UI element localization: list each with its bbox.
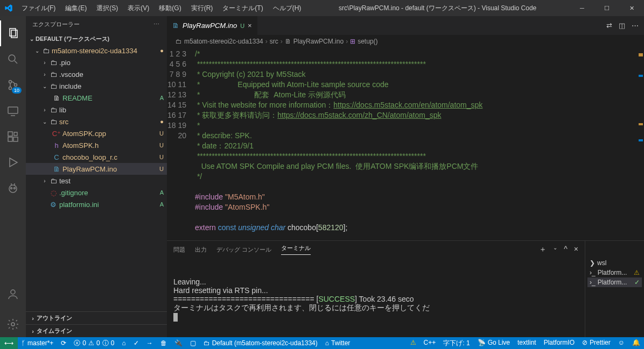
activity-platformio[interactable] bbox=[0, 175, 26, 201]
status-warning-icon[interactable]: ⚠ bbox=[407, 339, 420, 346]
close-panel-icon[interactable]: × bbox=[574, 245, 578, 254]
svg-point-6 bbox=[15, 84, 17, 87]
code-content[interactable]: /* *************************************… bbox=[195, 48, 636, 240]
terminal-list: ❯wsl ›_Platform...⚠ ›_Platform...✓ bbox=[585, 241, 644, 337]
file-atomspk-cpp[interactable]: C⁺AtomSPK.cppU bbox=[26, 127, 167, 139]
svg-point-4 bbox=[9, 81, 12, 83]
chevron-down-icon: ⌄ bbox=[41, 83, 48, 89]
breadcrumb[interactable]: 🗀 m5atom-stereoi2c-uda1334› src› 🗎 PlayR… bbox=[167, 35, 644, 48]
pio-build-icon[interactable]: ✓ bbox=[130, 337, 143, 349]
status-problems[interactable]: ⓧ 0 ⚠ 0 ⓘ 0 bbox=[70, 337, 118, 349]
terminal-wsl[interactable]: ❯wsl bbox=[587, 258, 642, 268]
folder-icon: 🗀 bbox=[48, 177, 58, 185]
folder-pio[interactable]: ›🗀.pio bbox=[26, 56, 167, 68]
folder-vscode[interactable]: ›🗀.vscode bbox=[26, 68, 167, 80]
outline-section[interactable]: ›アウトライン bbox=[26, 311, 167, 324]
sidebar-explorer: エクスプローラー ⋯ ⌄ DEFAULT (ワークスペース) ⌄ 🗀 m5ato… bbox=[26, 16, 167, 337]
pio-clean-icon[interactable]: 🗑 bbox=[157, 337, 171, 349]
terminal[interactable]: Leaving... Hard resetting via RTS pin...… bbox=[167, 258, 585, 337]
workspace-root[interactable]: ⌄ DEFAULT (ワークスペース) bbox=[26, 33, 167, 45]
window-controls: ─ ☐ ✕ bbox=[570, 0, 644, 16]
svg-point-20 bbox=[11, 323, 15, 326]
dropdown-icon[interactable]: ⌄ bbox=[553, 245, 557, 254]
minimize-button[interactable]: ─ bbox=[570, 0, 594, 16]
maximize-panel-icon[interactable]: ^ bbox=[564, 245, 568, 254]
menu-run[interactable]: 実行(R) bbox=[187, 2, 218, 15]
menu-terminal[interactable]: ターミナル(T) bbox=[218, 2, 267, 15]
activity-search[interactable] bbox=[0, 46, 26, 72]
status-indent[interactable]: 字下げ: 1 bbox=[439, 339, 473, 348]
tab-problems[interactable]: 問題 bbox=[173, 246, 185, 254]
terminal-platformio-1[interactable]: ›_Platform...⚠ bbox=[587, 268, 642, 277]
folder-include[interactable]: ⌄🗀include bbox=[26, 80, 167, 92]
status-sync[interactable]: ⟳ bbox=[57, 337, 70, 349]
minimap-scrollbar[interactable] bbox=[636, 48, 644, 240]
activity-scm[interactable]: 10 bbox=[0, 72, 26, 98]
menu-go[interactable]: 移動(G) bbox=[155, 2, 185, 15]
file-gitignore[interactable]: ◌.gitignoreA bbox=[26, 187, 167, 198]
remote-indicator[interactable]: ⟷ bbox=[0, 337, 18, 349]
tab-output[interactable]: 出力 bbox=[195, 246, 207, 254]
folder-icon: 🗀 bbox=[48, 70, 58, 79]
window-title: src\PlayRawPCM.ino - default (ワークスペース) -… bbox=[305, 4, 570, 13]
menu-edit[interactable]: 編集(E) bbox=[61, 2, 91, 15]
file-readme[interactable]: 🗎READMEA bbox=[26, 92, 167, 104]
folder-root[interactable]: ⌄ 🗀 m5atom-stereoi2c-uda1334 ● bbox=[26, 45, 167, 56]
status-prettier[interactable]: ⊘ Prettier bbox=[578, 339, 614, 346]
svg-rect-0 bbox=[10, 29, 16, 36]
tab-terminal[interactable]: ターミナル bbox=[281, 244, 311, 255]
file-playraw[interactable]: 🗎PlayRawPCM.inoU bbox=[26, 163, 167, 175]
pio-monitor-icon[interactable]: 🔌 bbox=[171, 337, 186, 349]
menu-view[interactable]: 表示(V) bbox=[123, 2, 153, 15]
folder-src[interactable]: ⌄🗀src● bbox=[26, 116, 167, 127]
pio-terminal-icon[interactable]: ▢ bbox=[186, 337, 200, 349]
activity-explorer[interactable] bbox=[0, 20, 26, 46]
warning-icon: ⚠ bbox=[634, 269, 640, 276]
status-branch[interactable]: ᚶ master*+ bbox=[18, 337, 57, 349]
menu-select[interactable]: 選択(S) bbox=[92, 2, 122, 15]
file-platformio-ini[interactable]: ⚙platformio.iniA bbox=[26, 198, 167, 210]
activity-account[interactable] bbox=[0, 281, 26, 307]
new-terminal-icon[interactable]: ＋ bbox=[539, 245, 547, 254]
close-button[interactable]: ✕ bbox=[619, 0, 644, 16]
c-icon: C bbox=[52, 153, 61, 161]
code-editor[interactable]: 1 2 3 4 5 6 7 8 9 10 11 12 13 14 15 16 1… bbox=[167, 48, 644, 240]
status-platformio[interactable]: PlatformIO bbox=[540, 339, 578, 346]
split-icon[interactable]: ◫ bbox=[619, 22, 625, 30]
timeline-section[interactable]: ›タイムライン bbox=[26, 324, 167, 337]
tab-debug-console[interactable]: デバッグ コンソール bbox=[216, 246, 271, 254]
explorer-more-icon[interactable]: ⋯ bbox=[153, 21, 160, 28]
status-bell-icon[interactable]: 🔔 bbox=[628, 339, 644, 346]
activity-settings[interactable] bbox=[0, 311, 26, 337]
status-twitter[interactable]: ⌂Twitter bbox=[321, 337, 354, 349]
status-golive[interactable]: 📡 Go Live bbox=[474, 339, 514, 346]
menu-file[interactable]: ファイル(F) bbox=[17, 2, 60, 15]
status-textlint[interactable]: textlint bbox=[514, 339, 540, 346]
file-chocobo[interactable]: Cchocobo_loop_r.cU bbox=[26, 151, 167, 163]
maximize-button[interactable]: ☐ bbox=[594, 0, 619, 16]
more-icon[interactable]: ⋯ bbox=[632, 22, 639, 30]
activity-run[interactable] bbox=[0, 149, 26, 175]
menu-help[interactable]: ヘルプ(H) bbox=[269, 2, 306, 15]
panel-tabs: 問題 出力 デバッグ コンソール ターミナル ＋⌄ ^ × bbox=[167, 241, 585, 258]
activity-extensions[interactable] bbox=[0, 124, 26, 149]
svg-rect-9 bbox=[8, 132, 12, 136]
compare-icon[interactable]: ⇄ bbox=[606, 22, 612, 30]
editor-tab[interactable]: 🗎 PlayRawPCM.ino U × bbox=[167, 16, 258, 35]
svg-rect-11 bbox=[13, 137, 18, 141]
status-language[interactable]: C++ bbox=[420, 339, 440, 346]
folder-test[interactable]: ›🗀test bbox=[26, 175, 167, 187]
tab-close-icon[interactable]: × bbox=[248, 22, 252, 30]
pio-upload-icon[interactable]: → bbox=[143, 337, 157, 349]
activity-remote[interactable] bbox=[0, 98, 26, 124]
terminal-platformio-2[interactable]: ›_Platform...✓ bbox=[587, 277, 642, 287]
svg-marker-13 bbox=[10, 158, 17, 167]
status-feedback-icon[interactable]: ☺ bbox=[614, 339, 628, 346]
pio-env[interactable]: 🗀 Default (m5atom-stereoi2c-uda1334) bbox=[200, 337, 321, 349]
pio-home-icon[interactable]: ⌂ bbox=[118, 337, 129, 349]
h-icon: h bbox=[52, 141, 61, 149]
svg-rect-12 bbox=[14, 132, 17, 136]
file-icon: 🗎 bbox=[285, 38, 291, 45]
folder-lib[interactable]: ›🗀lib bbox=[26, 104, 167, 116]
file-atomspk-h[interactable]: hAtomSPK.hU bbox=[26, 139, 167, 151]
